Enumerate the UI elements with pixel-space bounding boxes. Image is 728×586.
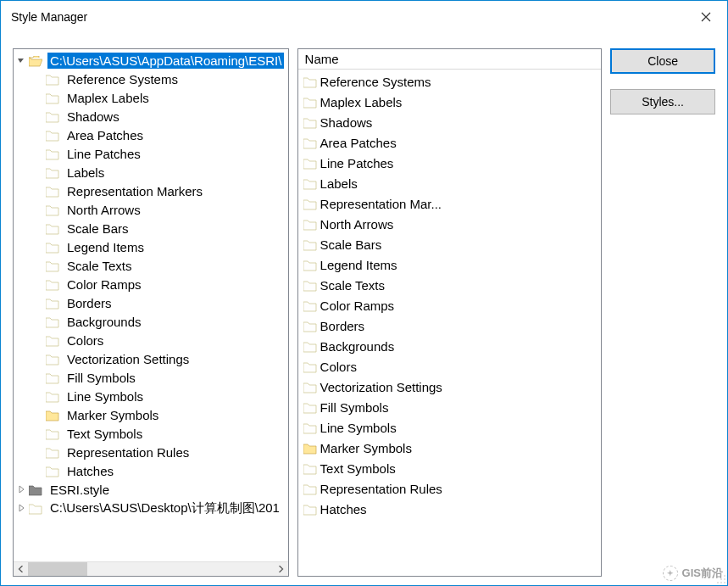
folder-icon — [46, 391, 59, 402]
tree-item[interactable]: Legend Items — [14, 237, 288, 256]
folder-icon — [303, 137, 317, 148]
tree-item[interactable]: Representation Markers — [14, 181, 288, 200]
folder-icon — [303, 117, 317, 128]
list-item[interactable]: Vectorization Settings — [298, 377, 602, 397]
list-item[interactable]: Legend Items — [298, 254, 602, 275]
list-item[interactable]: Borders — [298, 315, 602, 336]
tree-toggle-icon — [32, 446, 44, 458]
list-item[interactable]: Colors — [298, 356, 602, 377]
folder-icon — [46, 111, 59, 122]
folder-icon — [46, 316, 59, 327]
tree-item-label: Maplex Labels — [64, 90, 152, 106]
tree-item[interactable]: Maplex Labels — [14, 88, 288, 107]
list-item-label: Marker Symbols — [320, 441, 412, 455]
tree-toggle-icon — [32, 129, 44, 141]
close-button[interactable]: Close — [610, 48, 715, 74]
tree-toggle-icon[interactable] — [15, 502, 27, 514]
tree-item[interactable]: Fill Symbols — [14, 368, 288, 387]
folder-icon — [303, 361, 317, 372]
list-item[interactable]: North Arrows — [298, 214, 602, 234]
folder-icon — [46, 186, 59, 197]
tree-item[interactable]: Representation Rules — [14, 443, 288, 461]
styles-button[interactable]: Styles... — [610, 89, 715, 114]
tree-toggle-icon — [32, 390, 44, 402]
folder-icon — [303, 239, 317, 250]
list-item[interactable]: Fill Symbols — [298, 397, 602, 417]
resize-grip-icon[interactable] — [714, 572, 726, 584]
tree-item[interactable]: Line Patches — [14, 144, 288, 163]
tree-item-label: Scale Texts — [64, 258, 134, 274]
list-body[interactable]: Reference SystemsMaplex LabelsShadowsAre… — [298, 70, 602, 521]
tree-item[interactable]: Labels — [14, 163, 288, 181]
list-item-label: North Arrows — [320, 217, 394, 232]
tree-item[interactable]: Shadows — [14, 107, 288, 126]
tree-item[interactable]: Backgrounds — [14, 312, 288, 331]
close-icon — [701, 12, 711, 22]
tree-item[interactable]: Hatches — [14, 461, 288, 480]
list-item[interactable]: Marker Symbols — [298, 438, 602, 458]
tree-item[interactable]: Area Patches — [14, 126, 288, 144]
tree-item[interactable]: Text Symbols — [14, 424, 288, 443]
list-item[interactable]: Shadows — [298, 112, 602, 132]
tree-item-label: ESRI.style — [47, 482, 112, 498]
list-item-label: Representation Rules — [320, 482, 442, 496]
tree-item[interactable]: North Arrows — [14, 200, 288, 219]
list-item[interactable]: Reference Systems — [298, 71, 602, 92]
tree-toggle-icon — [32, 110, 44, 122]
list-item[interactable]: Line Symbols — [298, 417, 602, 438]
list-item[interactable]: Backgrounds — [298, 336, 602, 356]
folder-icon — [46, 466, 59, 477]
list-panel: Name Reference SystemsMaplex LabelsShado… — [297, 48, 603, 577]
tree-item-label: Area Patches — [64, 127, 146, 143]
list-item[interactable]: Line Patches — [298, 153, 602, 173]
tree-item[interactable]: Scale Texts — [14, 256, 288, 275]
list-item[interactable]: Representation Rules — [298, 478, 602, 499]
tree-toggle-icon — [32, 185, 44, 197]
list-item[interactable]: Area Patches — [298, 132, 602, 153]
tree-item[interactable]: Color Ramps — [14, 275, 288, 293]
svg-point-2 — [724, 578, 725, 580]
list-item[interactable]: Scale Bars — [298, 234, 602, 254]
tree-toggle-icon[interactable] — [15, 483, 27, 495]
list-item[interactable]: Text Symbols — [298, 458, 602, 478]
list-item-label: Reference Systems — [320, 75, 431, 89]
list-item-label: Borders — [320, 319, 365, 333]
chevron-right-icon — [277, 566, 284, 572]
scroll-right-button[interactable] — [274, 562, 288, 577]
list-item[interactable]: Labels — [298, 173, 602, 193]
svg-point-0 — [724, 575, 725, 577]
tree-item-label: Color Ramps — [64, 276, 144, 293]
tree-toggle-icon[interactable] — [15, 54, 27, 66]
tree-item-label: Colors — [64, 332, 106, 349]
tree-item[interactable]: Colors — [14, 331, 288, 349]
folder-icon — [46, 279, 59, 290]
scroll-track[interactable] — [28, 562, 274, 577]
window-close-button[interactable] — [685, 1, 727, 33]
tree-root[interactable]: C:\Users\ASUS\AppData\Roaming\ESRI\ — [14, 51, 288, 70]
buttons-panel: Close Styles... — [610, 48, 715, 577]
horizontal-scrollbar[interactable] — [14, 561, 288, 576]
tree-sibling[interactable]: ESRI.style — [14, 480, 288, 499]
tree-item[interactable]: Scale Bars — [14, 219, 288, 237]
list-column-header[interactable]: Name — [298, 49, 602, 70]
list-item[interactable]: Maplex Labels — [298, 92, 602, 112]
tree-body[interactable]: C:\Users\ASUS\AppData\Roaming\ESRI\Refer… — [14, 49, 288, 561]
folder-icon — [46, 298, 59, 309]
tree-sibling[interactable]: C:\Users\ASUS\Desktop\计算机制图\201 — [14, 499, 288, 517]
list-item[interactable]: Color Ramps — [298, 295, 602, 315]
scroll-thumb[interactable] — [28, 562, 87, 577]
tree-item[interactable]: Marker Symbols — [14, 405, 288, 424]
list-item[interactable]: Scale Texts — [298, 275, 602, 295]
scroll-left-button[interactable] — [14, 562, 28, 577]
folder-icon — [303, 158, 317, 169]
titlebar: Style Manager — [1, 1, 727, 33]
list-item[interactable]: Representation Mar... — [298, 193, 602, 214]
tree-item[interactable]: Borders — [14, 293, 288, 312]
tree-item-label: Hatches — [64, 463, 116, 479]
list-item[interactable]: Hatches — [298, 499, 602, 519]
tree-item[interactable]: Line Symbols — [14, 387, 288, 405]
tree-item[interactable]: Reference Systems — [14, 70, 288, 88]
list-item-label: Area Patches — [320, 136, 397, 150]
list-item-label: Scale Bars — [320, 237, 382, 252]
tree-item[interactable]: Vectorization Settings — [14, 349, 288, 368]
